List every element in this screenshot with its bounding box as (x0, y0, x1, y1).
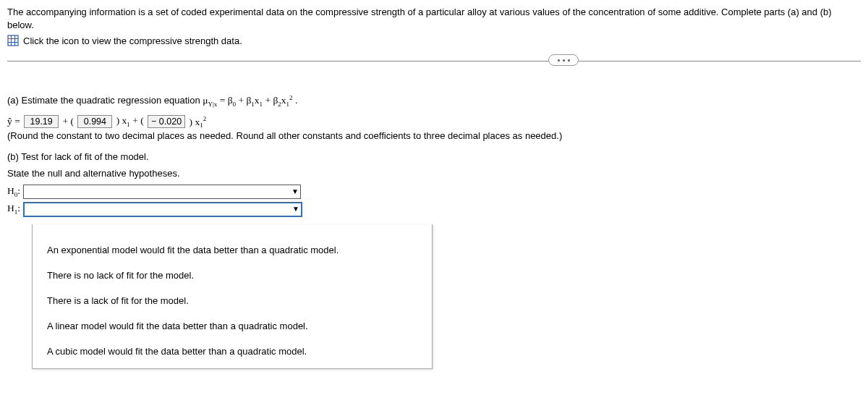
rounding-note: (Round the constant to two decimal place… (7, 130, 861, 141)
h1-label: H1: (7, 203, 20, 216)
chevron-down-icon: ▼ (292, 206, 299, 213)
divider (7, 61, 861, 62)
data-link[interactable]: Click the icon to view the compressive s… (23, 35, 242, 46)
chevron-down-icon: ▼ (292, 188, 299, 195)
table-icon[interactable] (7, 35, 19, 46)
dropdown-option[interactable]: A linear model would fit the data better… (44, 313, 420, 339)
dropdown-panel: An exponential model would fit the data … (32, 224, 433, 369)
dropdown-option[interactable]: There is no lack of fit for the model. (44, 263, 420, 288)
state-hypotheses: State the null and alternative hypothese… (7, 168, 861, 179)
more-icon[interactable] (548, 54, 579, 66)
part-b-prompt: (b) Test for lack of fit of the model. (7, 151, 861, 162)
regression-equation: ŷ = 19.19 + ( 0.994 ) x1 + ( − 0.020 ) x… (7, 115, 861, 129)
h0-label: H0: (7, 185, 20, 198)
svg-rect-0 (8, 35, 18, 46)
dropdown-option[interactable]: There is a lack of fit for the model. (44, 288, 420, 313)
dropdown-option[interactable]: An exponential model would fit the data … (44, 237, 420, 263)
h0-select[interactable]: ▼ (23, 185, 301, 199)
beta2-input[interactable]: − 0.020 (148, 115, 185, 128)
h1-select[interactable]: ▼ (23, 202, 302, 217)
part-a-prompt: (a) Estimate the quadratic regression eq… (7, 93, 861, 107)
problem-intro: The accompanying information is a set of… (7, 6, 861, 32)
beta0-input[interactable]: 19.19 (24, 115, 59, 128)
beta1-input[interactable]: 0.994 (77, 115, 112, 128)
dropdown-option[interactable]: A cubic model would fit the data better … (44, 339, 420, 364)
